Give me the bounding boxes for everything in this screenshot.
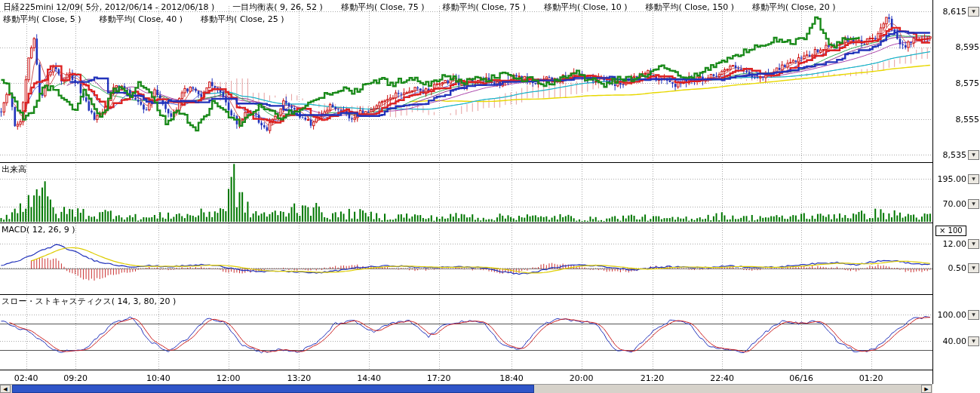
time-axis-label: 14:40	[357, 373, 381, 383]
time-axis-label: 01:20	[859, 373, 883, 383]
indicator-header-row-2: 移動平均( Close, 5 )移動平均( Close, 40 )移動平均( C…	[3, 14, 284, 25]
time-axis: 02:4009:2010:4012:0013:2014:4017:2018:40…	[0, 373, 932, 384]
indicator-label: 移動平均( Close, 10 )	[544, 2, 628, 13]
stoch-axis-label: 100.00	[938, 310, 967, 320]
stoch-panel-label: スロー・ストキャスティクス( 14, 3, 80, 20 )	[2, 296, 176, 307]
volume-axis-label: 70.00	[943, 199, 967, 209]
volume-scale-spin-button[interactable]: ▼	[968, 199, 979, 209]
volume-multiplier-badge: × 100	[935, 226, 966, 236]
stoch-scale-spin-button[interactable]: ▼	[968, 310, 979, 320]
time-axis-label: 18:40	[499, 373, 524, 383]
indicator-label: 移動平均( Close, 75 )	[341, 2, 425, 13]
volume-axis-row: 195.00 ▼	[935, 174, 979, 184]
trading-chart-window: 日経225mini 12/09( 5分, 2012/06/14 - 2012/0…	[0, 0, 980, 393]
volume-panel-label: 出来高	[2, 164, 26, 175]
price-axis-label: 8,575	[956, 78, 980, 88]
price-scale-spin-button[interactable]: ▼	[968, 150, 979, 160]
time-axis-label: 17:20	[427, 373, 451, 383]
scrollbar-thumb[interactable]	[12, 385, 534, 393]
scroll-right-button[interactable]: ▶	[921, 385, 932, 393]
time-axis-label: 10:40	[146, 373, 171, 383]
indicator-header-row-1: 日経225mini 12/09( 5分, 2012/06/14 - 2012/0…	[3, 2, 836, 13]
macd-axis-row: 0.50 ▼	[935, 263, 979, 273]
macd-axis-row: 12.00 ▼	[935, 239, 979, 249]
price-axis-row: 8,535 ▼	[935, 150, 979, 160]
volume-axis-row: 70.00 ▼	[935, 199, 979, 209]
time-axis-label: 21:20	[641, 373, 665, 383]
volume-scale-spin-button[interactable]: ▼	[968, 174, 979, 184]
indicator-label: 移動平均( Close, 75 )	[442, 2, 526, 13]
price-chart-canvas[interactable]	[0, 0, 980, 393]
scrollbar-corner	[933, 384, 980, 393]
macd-axis-label: 12.00	[943, 239, 967, 249]
indicator-label: 一目均衡表( 9, 26, 52 )	[232, 2, 323, 13]
stoch-axis-row: 100.00 ▼	[935, 310, 979, 320]
indicator-label: 日経225mini 12/09( 5分, 2012/06/14 - 2012/0…	[3, 2, 214, 13]
horizontal-scrollbar[interactable]: ◀ ▶	[0, 384, 932, 393]
price-axis-row: 8,615 ▼	[935, 7, 979, 17]
price-axis-row: 8,595	[935, 42, 980, 52]
time-axis-label: 12:00	[217, 373, 241, 383]
indicator-label: 移動平均( Close, 150 )	[646, 2, 735, 13]
time-axis-label: 13:20	[287, 373, 312, 383]
macd-scale-spin-button[interactable]: ▼	[968, 263, 979, 273]
time-axis-label: 09:20	[63, 373, 88, 383]
price-axis-row: 8,555	[935, 115, 980, 124]
price-scale-spin-button[interactable]: ▼	[968, 7, 979, 17]
indicator-label: 移動平均( Close, 20 )	[752, 2, 836, 13]
time-axis-label: 02:40	[14, 373, 38, 383]
macd-scale-spin-button[interactable]: ▼	[968, 239, 979, 249]
price-axis-label: 8,615	[943, 7, 967, 17]
time-axis-label: 06/16	[789, 373, 813, 383]
price-axis-row: 8,575	[935, 78, 980, 88]
macd-panel-label: MACD( 12, 26, 9 )	[2, 225, 75, 235]
price-axis-label: 8,555	[956, 115, 980, 124]
scroll-left-button[interactable]: ◀	[0, 385, 11, 393]
price-axis-label: 8,535	[943, 150, 967, 160]
stoch-axis-label: 40.00	[943, 336, 967, 346]
stoch-scale-spin-button[interactable]: ▼	[968, 336, 979, 346]
indicator-label: 移動平均( Close, 40 )	[100, 14, 183, 25]
indicator-label: 移動平均( Close, 25 )	[201, 14, 284, 25]
indicator-label: 移動平均( Close, 5 )	[3, 14, 81, 25]
time-axis-label: 20:00	[570, 373, 594, 383]
stoch-axis-row: 40.00 ▼	[935, 336, 979, 346]
macd-axis-label: 0.50	[948, 263, 967, 273]
time-axis-label: 22:40	[710, 373, 734, 383]
volume-axis-label: 195.00	[938, 174, 967, 184]
price-axis-label: 8,595	[956, 42, 980, 52]
